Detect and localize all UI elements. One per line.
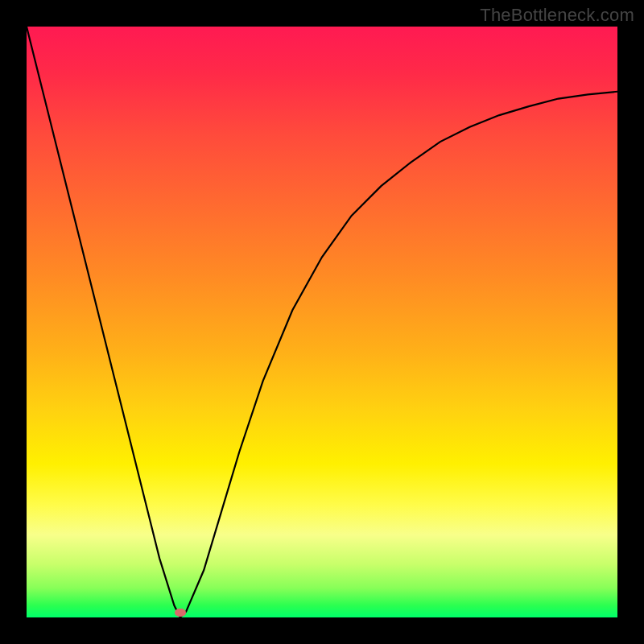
chart-frame: TheBottleneck.com [0, 0, 644, 644]
bottleneck-curve [27, 27, 617, 617]
min-marker [175, 609, 186, 617]
watermark-text: TheBottleneck.com [480, 5, 634, 26]
curve-path [27, 27, 617, 617]
